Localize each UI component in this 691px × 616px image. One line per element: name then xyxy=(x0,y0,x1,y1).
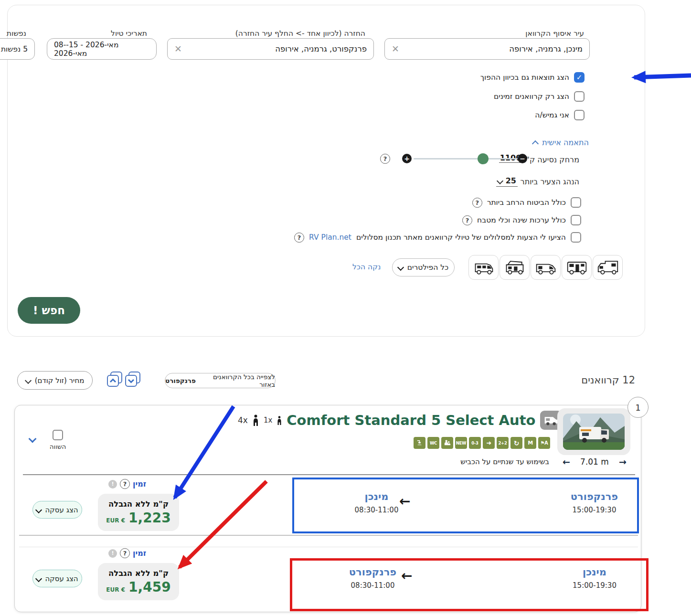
price-value: 1,459 xyxy=(128,579,171,595)
pickup-city-input[interactable]: מינכן, גרמניה, אירופה ✕ xyxy=(384,38,590,60)
option-widest-insurance[interactable]: כולל הביטוח הרחב ביותר ? xyxy=(472,197,581,208)
checkbox-checked-icon: ✓ xyxy=(574,72,585,83)
info-icon[interactable]: ! xyxy=(108,549,117,558)
show-deal-button[interactable]: הצג עסקה xyxy=(32,570,82,587)
camper-type-semi-integrated-button[interactable] xyxy=(531,255,561,280)
help-icon[interactable]: ? xyxy=(472,198,482,208)
all-filters-button[interactable]: כל הפילטרים xyxy=(392,258,455,276)
camper-photo[interactable] xyxy=(563,414,625,450)
toggle-reverse-direction[interactable]: ✓ הצג תוצאות גם בכיוון ההפוך xyxy=(480,72,585,83)
automatic-flag-icon: ⚑A xyxy=(538,437,550,449)
slider-increase-button[interactable]: + xyxy=(402,154,412,163)
pop-top-icon xyxy=(504,259,526,276)
personalization-toggle[interactable]: התאמה אישית xyxy=(533,138,589,147)
option-route-suggestions[interactable]: הציעו לי הצעות למסלולים של טיולי קרוואני… xyxy=(294,232,581,243)
family-glyph-icon xyxy=(444,439,451,446)
page-number-badge: 1 xyxy=(627,397,648,418)
turning-circle-icon: ↻ xyxy=(510,437,522,449)
destination-time: 08:30-11:00 xyxy=(335,506,418,514)
personalization-title: התאמה אישית xyxy=(542,138,589,147)
checkbox-icon xyxy=(574,110,585,120)
help-icon[interactable]: ? xyxy=(462,215,472,225)
amenity-icons-row: WC NEW 0-3 ➜ 2+2 ↻ M ⚑A xyxy=(414,437,550,449)
help-icon[interactable]: ? xyxy=(120,548,130,558)
route-destination: פרנקפורט 08:30-11:00 xyxy=(331,566,415,590)
vehicle-length-row: ← 7.01 m → xyxy=(563,457,627,467)
origin-city: פרנקפורט xyxy=(553,491,636,502)
persons-select[interactable]: 5 נפשות xyxy=(0,38,35,60)
option-label: הציעו לי הצעות למסלולים של טיולי קרוואני… xyxy=(356,233,566,242)
show-deal-label: הצג עסקה xyxy=(45,574,78,583)
photo-prev-arrow-icon[interactable]: ← xyxy=(563,457,570,467)
price-value: 1,223 xyxy=(128,510,171,526)
view-all-area-button[interactable]: לצפייה בכל הקרוואנים באזור פרנקפורט xyxy=(165,373,276,388)
show-deal-button[interactable]: הצג עסקה xyxy=(32,501,82,519)
checkbox-icon xyxy=(571,215,581,225)
chevron-down-icon xyxy=(35,575,42,582)
clear-return-icon[interactable]: ✕ xyxy=(174,44,182,53)
alcove-icon xyxy=(597,259,619,276)
clear-all-link[interactable]: נקה הכל xyxy=(352,263,381,271)
offer-status-row: ! ? זמין xyxy=(108,479,146,489)
return-city-input[interactable]: פרנקפורט, גרמניה, אירופה ✕ xyxy=(167,38,374,60)
all-filters-label: כל הפילטרים xyxy=(407,263,449,272)
semi-integrated-icon xyxy=(535,259,557,276)
help-icon[interactable]: ? xyxy=(294,233,304,243)
destination-city: מינכן xyxy=(335,491,418,502)
chevron-down-icon xyxy=(35,506,42,513)
route-origin: פרנקפורט 15:00-19:30 xyxy=(553,491,636,514)
chevron-down-icon xyxy=(497,177,503,184)
help-icon[interactable]: ? xyxy=(120,479,130,489)
camper-type-alcove-button[interactable] xyxy=(593,255,623,280)
info-icon[interactable]: ! xyxy=(108,480,117,489)
camper-photo-frame xyxy=(557,408,630,455)
option-label: כולל הביטוח הרחב ביותר xyxy=(487,198,566,207)
availability-status: זמין xyxy=(133,549,146,558)
pickup-city-label: עיר איסוף הקרוואן xyxy=(525,29,584,38)
collapse-all-button[interactable] xyxy=(106,371,123,388)
rv-plan-link[interactable]: RV Plan.net xyxy=(309,233,351,242)
distance-label: מרחק נסיעה ק"מ xyxy=(521,155,579,164)
youngest-driver-select[interactable]: 25 xyxy=(496,176,518,187)
adults-count: 4x xyxy=(238,415,248,425)
camper-type-pop-top-button[interactable] xyxy=(500,255,530,280)
expand-all-icon xyxy=(124,371,141,388)
trip-dates-input[interactable]: 08-מאי-2026 - 15-מאי-2026 xyxy=(47,38,157,60)
clear-pickup-icon[interactable]: ✕ xyxy=(392,44,399,53)
origin-city: מינכן xyxy=(554,566,635,578)
destination-city: פרנקפורט xyxy=(331,566,415,578)
route-origin: מינכן 15:00-19:30 xyxy=(554,566,635,590)
camper-type-integrated-button[interactable] xyxy=(562,255,592,280)
help-icon[interactable]: ? xyxy=(380,154,390,164)
currency-label: EUR € xyxy=(106,517,125,524)
route-destination: מינכן 08:30-11:00 xyxy=(335,491,418,514)
compare-checkbox[interactable] xyxy=(53,430,63,440)
campervan-icon xyxy=(473,259,495,276)
family-icon xyxy=(441,437,453,449)
expand-all-button[interactable] xyxy=(124,371,141,388)
compare-label: השווה xyxy=(42,443,74,450)
return-city-label: החזרה (לכיוון אחד -> החלף עיר החזרה) xyxy=(235,29,365,38)
toggle-label: אני גמיש/ה xyxy=(535,111,569,119)
search-button[interactable]: חפש ! xyxy=(18,297,80,324)
photo-next-arrow-icon[interactable]: → xyxy=(619,457,627,467)
toggle-flexible[interactable]: אני גמיש/ה xyxy=(535,110,585,120)
sort-select[interactable]: מחיר (זול קודם) xyxy=(17,371,93,390)
section-divider xyxy=(19,535,638,536)
m-class-icon: M xyxy=(524,437,536,449)
show-deal-label: הצג עסקה xyxy=(45,506,78,514)
usage-note: בשימוש עד שנתיים על הכביש xyxy=(460,457,549,466)
option-bedding-kitchen[interactable]: כולל ערכות שינה וכלי מטבח ? xyxy=(462,215,581,225)
slider-track[interactable] xyxy=(414,158,518,159)
slider-knob[interactable] xyxy=(478,153,489,164)
slider-decrease-button[interactable]: − xyxy=(518,154,527,163)
currency-label: EUR € xyxy=(106,586,125,593)
card-title-row: 4x 1x Comfort Standard 5 Select Auto xyxy=(238,410,562,431)
children-count: 1x xyxy=(264,416,272,425)
chevron-up-icon xyxy=(532,140,539,147)
vehicle-length: 7.01 m xyxy=(580,457,609,467)
toggle-only-available[interactable]: הצג רק קרוואנים זמינים xyxy=(494,91,585,102)
seats-2-plus-2-icon: 2+2 xyxy=(497,437,509,449)
camper-type-campervan-button[interactable] xyxy=(468,255,499,280)
child-age-0-3-icon: 0-3 xyxy=(469,437,481,449)
